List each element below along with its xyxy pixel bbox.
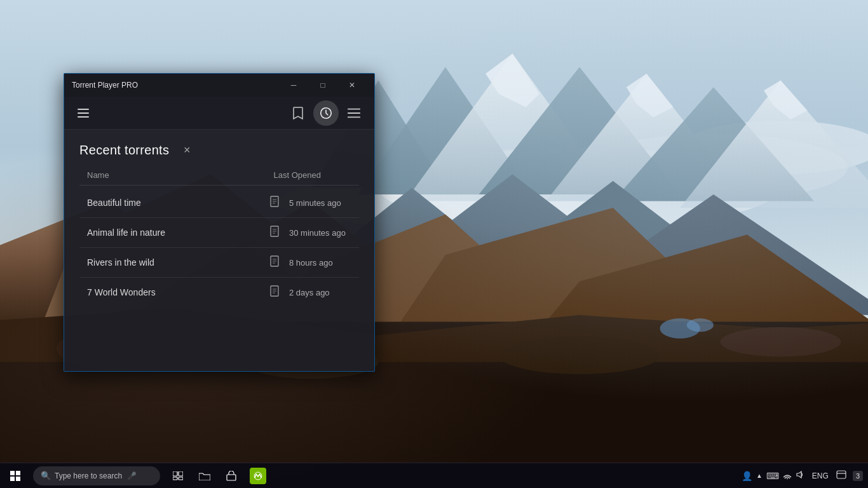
hamburger-line-1 [78,109,89,110]
section-title: Recent torrents [79,143,169,158]
svg-rect-56 [16,477,20,481]
titlebar-controls: ─ □ ✕ [279,76,367,95]
svg-point-30 [720,327,841,356]
bookmark-icon [292,106,304,120]
torrent-time: 5 minutes ago [289,198,359,208]
torrent-name: Rivers in the wild [87,257,265,268]
app-window: Torrent Player PRO ─ □ ✕ [64,73,375,372]
torrent-time: 8 hours ago [289,258,359,268]
language-label: ENG [812,471,829,480]
hamburger-button[interactable] [72,102,95,125]
torrent-file-icon [265,226,284,240]
taskview-icon [173,471,183,480]
volume-icon[interactable] [796,470,804,481]
content-area: Recent torrents × Name Last Opened Beaut… [64,130,374,371]
clock-icon [319,106,333,120]
torrent-name: 7 World Wonders [87,287,265,297]
hamburger-line-3 [78,116,89,118]
titlebar: Torrent Player PRO ─ □ ✕ [64,74,374,97]
taskbar-search[interactable]: 🔍 Type here to search 🎤 [33,466,160,485]
toolbar [64,97,374,130]
notification-count-badge[interactable]: 3 [853,471,863,481]
svg-rect-59 [173,477,177,480]
search-icon: 🔍 [41,471,51,480]
search-placeholder-text: Type here to search [55,471,122,480]
svg-rect-61 [227,475,236,480]
torrent-name: Beautiful time [87,198,265,208]
torrent-row[interactable]: Animal life in nature 30 minutes ago [79,218,359,248]
keyboard-icon: ⌨ [766,471,779,481]
torrent-file-icon [265,285,284,299]
bookmark-button[interactable] [285,100,311,126]
svg-rect-57 [173,471,177,476]
folder-icon [199,471,210,480]
table-header: Name Last Opened [79,168,359,186]
windows-icon [10,471,20,481]
torrent-row[interactable]: Beautiful time 5 minutes ago [79,188,359,218]
nvidia-button[interactable] [245,463,271,489]
start-button[interactable] [0,463,31,489]
svg-rect-55 [10,477,15,481]
svg-rect-58 [179,471,183,476]
taskbar-right: 👤 ▲ ⌨ ENG [742,470,868,482]
store-icon [226,471,236,481]
network-svg [783,471,792,479]
network-icon[interactable] [783,471,792,481]
svg-rect-54 [16,471,20,475]
torrent-row[interactable]: 7 World Wonders 2 days ago [79,278,359,307]
notification-icon[interactable] [836,470,846,480]
list-button[interactable] [341,100,367,126]
svg-point-29 [499,337,660,374]
taskbar: 🔍 Type here to search 🎤 [0,463,868,488]
torrent-row[interactable]: Rivers in the wild 8 hours ago [79,248,359,278]
list-icon [347,107,361,119]
users-icon[interactable]: 👤 [742,471,752,481]
col-last-opened-header: Last Opened [274,170,321,180]
minimize-button[interactable]: ─ [279,76,308,95]
window-title: Torrent Player PRO [72,81,279,90]
section-header: Recent torrents × [79,142,359,158]
torrent-file-icon [265,196,284,210]
torrent-name: Animal life in nature [87,227,265,238]
history-button[interactable] [313,100,339,126]
svg-point-32 [687,318,714,332]
torrent-file-icon [265,255,284,269]
chevron-icon[interactable]: ▲ [756,472,763,479]
store-button[interactable] [219,463,244,489]
hamburger-line-2 [78,112,89,114]
time-display [836,470,846,482]
svg-rect-64 [837,471,846,478]
svg-rect-53 [10,471,15,475]
taskview-button[interactable] [165,463,191,489]
notification-badge [836,473,846,482]
torrent-time: 2 days ago [289,288,359,297]
torrent-list: Beautiful time 5 minutes ago Animal life… [79,188,359,307]
close-button[interactable]: ✕ [337,76,367,95]
close-section-button[interactable]: × [179,142,194,158]
toolbar-right [285,100,367,126]
torrent-time: 30 minutes ago [289,228,359,238]
toolbar-left [72,102,95,125]
fileexplorer-button[interactable] [192,463,217,489]
volume-svg [796,470,804,479]
nvidia-icon [250,468,266,484]
mic-icon: 🎤 [127,471,137,480]
taskbar-right-icons: 👤 ▲ ⌨ [742,470,804,481]
svg-rect-60 [179,477,183,480]
maximize-button[interactable]: □ [308,76,337,95]
svg-point-63 [787,478,788,479]
col-name-header: Name [87,170,274,180]
nvidia-logo [254,471,262,480]
taskbar-icons [165,463,271,489]
